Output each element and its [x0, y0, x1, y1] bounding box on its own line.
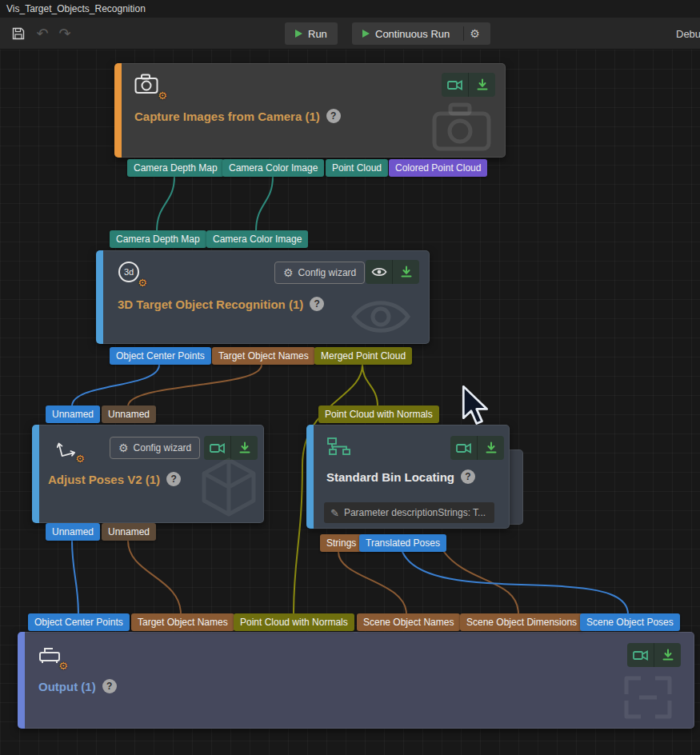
node-title-row: 3D Target Object Recognition (1) ? [118, 297, 324, 311]
save-button[interactable] [8, 23, 29, 44]
visualize-output-button[interactable] [442, 73, 468, 97]
node-accent-bar [32, 425, 39, 523]
gear-badge-icon: ⚙ [58, 661, 68, 671]
config-wizard-button[interactable]: ⚙ Config wizard [110, 437, 200, 459]
node-title: 3D Target Object Recognition (1) [118, 298, 303, 311]
visualize-output-button[interactable] [366, 260, 392, 284]
port-in-point-cloud-with-normals-out[interactable]: Point Cloud with Normals [234, 613, 354, 631]
wire-point-cloud-bin[interactable] [362, 365, 378, 406]
scene-camera-icon [456, 441, 472, 454]
help-badge[interactable]: ? [166, 472, 181, 486]
node-adjust-poses[interactable]: ⚙ ⚙ Config wizard [32, 425, 264, 523]
wire-adjust-out-1[interactable] [72, 541, 78, 614]
port-out-translated-poses[interactable]: Translated Poses [359, 534, 446, 552]
3d-recognition-icon: 3d ⚙ [118, 261, 142, 283]
download-icon [485, 441, 498, 454]
edit-pencil-icon: ✎ [330, 507, 339, 519]
mouse-cursor [458, 385, 492, 427]
config-wizard-button[interactable]: ⚙ Config wizard [274, 262, 365, 284]
debug-label: Debug [676, 28, 700, 40]
save-output-button[interactable] [477, 436, 504, 460]
divider [463, 26, 464, 41]
continuous-run-button[interactable]: Continuous Run ⚙ [352, 22, 490, 45]
redo-icon: ↷ [58, 25, 70, 42]
node-accent-bar [306, 425, 314, 529]
visualize-output-button[interactable] [627, 643, 654, 667]
eye-icon [371, 266, 387, 278]
wire-object-names[interactable] [128, 365, 262, 406]
port-out-target-object-names[interactable]: Target Object Names [212, 347, 315, 365]
output-watermark-icon [620, 675, 676, 723]
port-in-point-cloud-with-normals[interactable]: Point Cloud with Normals [318, 405, 439, 423]
node-title: Output (1) [38, 680, 96, 693]
node-title-row: Adjust Poses V2 (1) ? [48, 472, 181, 486]
run-settings-gear-icon[interactable]: ⚙ [470, 28, 480, 39]
port-in-object-center-points[interactable]: Object Center Points [28, 613, 130, 631]
camera-icon: ⚙ [134, 74, 162, 96]
bin-locating-icon [326, 436, 352, 457]
wire-color-image[interactable] [256, 177, 273, 231]
parameter-description-field[interactable]: ✎ Parameter descriptionStrings: T... [324, 502, 494, 523]
port-out-unnamed-1[interactable]: Unnamed [46, 523, 100, 541]
play-icon [362, 30, 370, 38]
scene-camera-icon [633, 649, 649, 661]
save-output-button[interactable] [654, 643, 681, 667]
port-out-point-cloud[interactable]: Point Cloud [326, 159, 388, 177]
node-standard-bin-locating[interactable]: Standard Bin Locating ? ✎ Parameter desc… [306, 425, 510, 529]
help-badge[interactable]: ? [461, 469, 475, 484]
undo-button[interactable]: ↶ [32, 23, 53, 44]
node-action-buttons [366, 260, 419, 284]
save-output-button[interactable] [392, 260, 419, 284]
node-graph-canvas[interactable]: ⚙ Capture Images from Camera (1) ? [0, 50, 700, 755]
run-label: Run [308, 28, 327, 40]
wire-adjust-out-2[interactable] [128, 541, 181, 614]
port-out-object-center-points[interactable]: Object Center Points [110, 347, 211, 365]
port-in-scene-object-poses[interactable]: Scene Object Poses [580, 613, 680, 631]
node-capture-images[interactable]: ⚙ Capture Images from Camera (1) ? [114, 63, 506, 158]
output-icon: ⚙ [38, 645, 62, 666]
node-title: Standard Bin Locating [326, 470, 454, 484]
wire-center-points[interactable] [72, 365, 159, 406]
save-output-button[interactable] [468, 73, 495, 97]
wire-translated-poses[interactable] [402, 552, 628, 614]
node-output[interactable]: ⚙ Output (1) ? [18, 632, 694, 729]
port-in-unnamed-1[interactable]: Unnamed [46, 405, 100, 423]
window-title: Vis_Target_Objects_Recognition [6, 3, 146, 14]
3d-icon-text: 3d [124, 267, 134, 277]
port-out-merged-point-cloud[interactable]: Merged Point Cloud [314, 347, 412, 365]
port-in-scene-object-names[interactable]: Scene Object Names [357, 613, 460, 631]
port-out-strings[interactable]: Strings [320, 534, 362, 552]
redo-button[interactable]: ↷ [54, 23, 75, 44]
run-button[interactable]: Run [285, 22, 338, 45]
gear-icon: ⚙ [118, 442, 129, 453]
port-out-camera-color-image[interactable]: Camera Color Image [222, 159, 324, 177]
port-in-scene-object-dimensions[interactable]: Scene Object Dimensions [460, 613, 583, 631]
config-wizard-label: Config wizard [298, 267, 357, 278]
play-icon [295, 30, 302, 38]
port-out-unnamed-2[interactable]: Unnamed [102, 523, 156, 541]
help-badge[interactable]: ? [310, 297, 324, 311]
cube-watermark-icon [198, 455, 260, 521]
wire-depth-map[interactable] [157, 177, 174, 231]
scene-camera-icon [210, 441, 226, 454]
scene-camera-icon [447, 78, 463, 91]
port-in-unnamed-2[interactable]: Unnamed [102, 405, 156, 423]
port-in-camera-depth-map[interactable]: Camera Depth Map [110, 230, 206, 248]
node-title-row: Standard Bin Locating ? [326, 469, 475, 484]
node-action-buttons [450, 436, 504, 460]
node-3d-recognition[interactable]: 3d ⚙ ⚙ Config wizard [96, 250, 430, 344]
help-badge[interactable]: ? [326, 109, 341, 123]
node-accent-bar [114, 63, 122, 158]
adjust-poses-icon: ⚙ [57, 437, 79, 459]
config-wizard-label: Config wizard [134, 442, 192, 453]
port-in-camera-color-image[interactable]: Camera Color Image [206, 230, 308, 248]
node-title-row: Output (1) ? [38, 679, 117, 693]
download-icon [662, 649, 674, 661]
port-in-target-object-names[interactable]: Target Object Names [131, 613, 234, 631]
help-badge[interactable]: ? [102, 679, 117, 693]
wire-strings[interactable] [338, 552, 406, 614]
port-out-colored-point-cloud[interactable]: Colored Point Cloud [389, 159, 487, 177]
gear-icon: ⚙ [283, 267, 294, 278]
port-out-camera-depth-map[interactable]: Camera Depth Map [127, 159, 224, 177]
visualize-output-button[interactable] [450, 436, 477, 460]
